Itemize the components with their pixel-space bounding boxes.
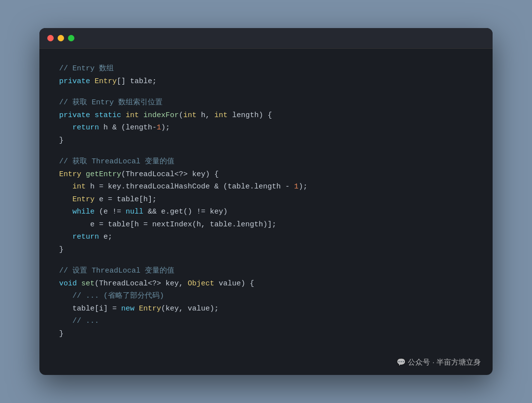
code-window: // Entry 数组 private Entry[] table; // 获取… bbox=[39, 28, 493, 375]
comment-line-4: // 设置 ThreadLocal 变量的值 bbox=[59, 265, 473, 278]
code-line-2: private static int indexFor(int h, int l… bbox=[59, 109, 473, 122]
watermark-text: 公众号 · 半亩方塘立身 bbox=[408, 358, 481, 366]
comment-line-2: // 获取 Entry 数组索引位置 bbox=[59, 96, 473, 109]
code-line-4: } bbox=[59, 134, 473, 147]
code-area: // Entry 数组 private Entry[] table; // 获取… bbox=[39, 49, 493, 354]
code-line-12: void set(ThreadLocal<?> key, Object valu… bbox=[59, 278, 473, 290]
code-line-8: while (e != null && e.get() != key) bbox=[59, 206, 473, 218]
maximize-button[interactable] bbox=[68, 35, 74, 41]
titlebar bbox=[39, 28, 493, 49]
minimize-button[interactable] bbox=[58, 35, 64, 41]
code-line-6: int h = key.threadLocalHashCode & (table… bbox=[59, 181, 473, 193]
code-line-5: Entry getEntry(ThreadLocal<?> key) { bbox=[59, 168, 473, 181]
close-button[interactable] bbox=[47, 35, 54, 41]
empty-line-2 bbox=[59, 147, 473, 155]
watermark-icon: 💬 bbox=[397, 358, 408, 366]
code-line-16: } bbox=[59, 328, 473, 341]
code-line-9: e = table[h = nextIndex(h, table.length)… bbox=[59, 218, 473, 231]
code-line-15: // ... bbox=[59, 315, 473, 328]
code-line-14: table[i] = new Entry(key, value); bbox=[59, 303, 473, 315]
comment-line-1: // Entry 数组 bbox=[59, 62, 473, 75]
code-line-1: private Entry[] table; bbox=[59, 75, 473, 88]
code-line-13: // ... (省略了部分代码) bbox=[59, 290, 473, 303]
code-line-11: } bbox=[59, 244, 473, 256]
code-line-7: Entry e = table[h]; bbox=[59, 193, 473, 206]
comment-line-3: // 获取 ThreadLocal 变量的值 bbox=[59, 155, 473, 168]
code-line-10: return e; bbox=[59, 231, 473, 244]
empty-line-1 bbox=[59, 88, 473, 96]
empty-line-3 bbox=[59, 256, 473, 265]
watermark: 💬 公众号 · 半亩方塘立身 bbox=[39, 354, 493, 375]
code-line-3: return h & (length-1); bbox=[59, 122, 473, 134]
